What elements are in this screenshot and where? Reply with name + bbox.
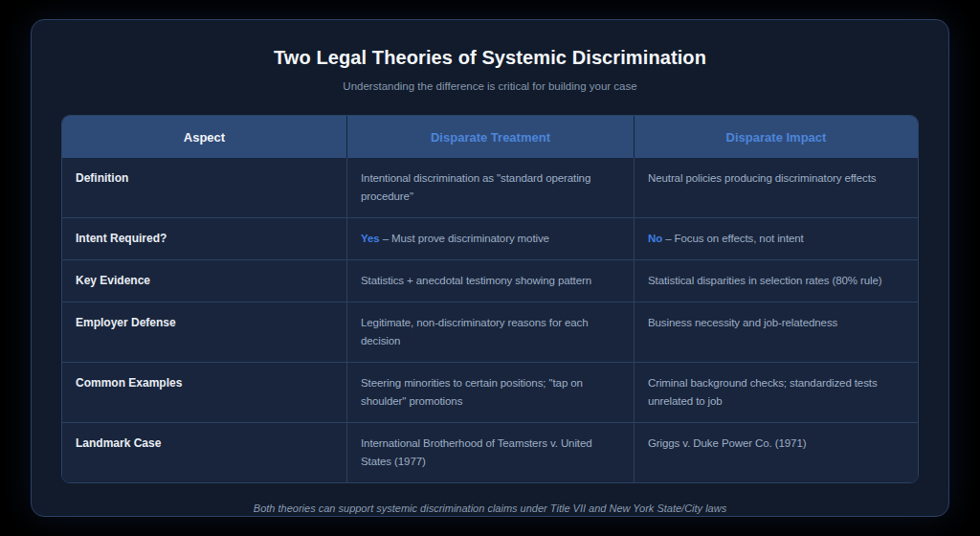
table-row: Employer DefenseLegitimate, non-discrimi… bbox=[62, 302, 918, 362]
table-row: Key EvidenceStatistics + anecdotal testi… bbox=[62, 259, 918, 302]
disparate-treatment-cell: Steering minorities to certain positions… bbox=[346, 363, 634, 422]
disparate-impact-cell: Statistical disparities in selection rat… bbox=[634, 260, 918, 302]
page-subtitle: Understanding the difference is critical… bbox=[61, 80, 919, 92]
row-aspect-label: Definition bbox=[62, 158, 346, 217]
disparate-impact-cell: Griggs v. Duke Power Co. (1971) bbox=[634, 423, 918, 482]
column-header-aspect: Aspect bbox=[62, 116, 346, 158]
disparate-treatment-cell: Intentional discrimination as "standard … bbox=[346, 158, 634, 217]
disparate-treatment-cell: Yes – Must prove discriminatory motive bbox=[346, 218, 634, 259]
column-header-disparate-impact: Disparate Impact bbox=[634, 116, 918, 158]
table-row: Intent Required?Yes – Must prove discrim… bbox=[62, 217, 918, 259]
table-row: DefinitionIntentional discrimination as … bbox=[62, 158, 918, 217]
disparate-treatment-cell: Legitimate, non-discriminatory reasons f… bbox=[346, 302, 634, 362]
accent-keyword: Yes bbox=[361, 233, 380, 244]
table-header-row: Aspect Disparate Treatment Disparate Imp… bbox=[62, 116, 918, 158]
row-aspect-label: Common Examples bbox=[62, 363, 346, 422]
disparate-impact-cell: No – Focus on effects, not intent bbox=[634, 218, 918, 259]
row-aspect-label: Employer Defense bbox=[62, 302, 346, 362]
table-row: Landmark CaseInternational Brotherhood o… bbox=[62, 422, 918, 482]
slide-card: Two Legal Theories of Systemic Discrimin… bbox=[31, 19, 949, 517]
table-row: Common ExamplesSteering minorities to ce… bbox=[62, 362, 918, 422]
row-aspect-label: Intent Required? bbox=[62, 218, 346, 259]
disparate-treatment-cell: International Brotherhood of Teamsters v… bbox=[346, 423, 634, 482]
disparate-impact-cell: Criminal background checks; standardized… bbox=[634, 363, 918, 422]
row-aspect-label: Key Evidence bbox=[62, 260, 346, 302]
table-body: DefinitionIntentional discrimination as … bbox=[62, 158, 918, 482]
comparison-table: Aspect Disparate Treatment Disparate Imp… bbox=[61, 115, 919, 483]
row-aspect-label: Landmark Case bbox=[62, 423, 346, 482]
accent-keyword: No bbox=[648, 233, 662, 244]
footnote: Both theories can support systemic discr… bbox=[61, 502, 919, 514]
disparate-impact-cell: Business necessity and job-relatedness bbox=[634, 302, 918, 362]
page-title: Two Legal Theories of Systemic Discrimin… bbox=[61, 47, 919, 69]
column-header-disparate-treatment: Disparate Treatment bbox=[346, 116, 634, 158]
disparate-impact-cell: Neutral policies producing discriminator… bbox=[634, 158, 918, 217]
disparate-treatment-cell: Statistics + anecdotal testimony showing… bbox=[346, 260, 634, 302]
